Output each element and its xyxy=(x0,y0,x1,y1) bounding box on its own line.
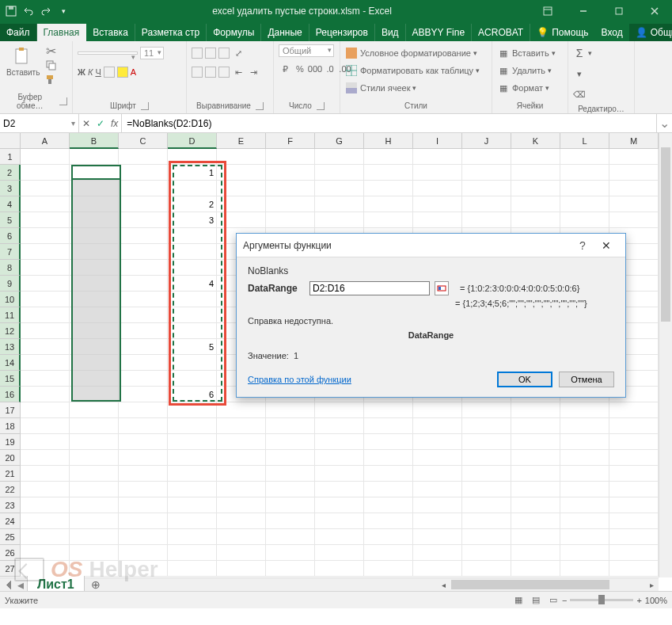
cell-J25[interactable] xyxy=(462,529,511,545)
cell-D2[interactable]: 1 xyxy=(168,165,217,181)
cell-A18[interactable] xyxy=(21,418,70,434)
cell-C22[interactable] xyxy=(119,482,168,497)
cell-A8[interactable] xyxy=(21,260,70,276)
cell-F20[interactable] xyxy=(266,450,315,466)
cell-F17[interactable] xyxy=(266,402,315,418)
cell-F25[interactable] xyxy=(266,529,315,545)
cell-I23[interactable] xyxy=(413,497,462,513)
dialog-arg-input[interactable] xyxy=(309,281,430,295)
cell-M22[interactable] xyxy=(609,482,659,497)
cell-A16[interactable] xyxy=(21,387,70,402)
cell-L22[interactable] xyxy=(560,482,609,497)
cell-E23[interactable] xyxy=(217,497,266,513)
cell-B18[interactable] xyxy=(70,418,119,434)
cell-G23[interactable] xyxy=(315,497,364,513)
row-header-17[interactable]: 17 xyxy=(0,402,21,418)
new-sheet-button[interactable]: ⊕ xyxy=(85,578,107,591)
cell-E1[interactable] xyxy=(217,149,266,165)
cell-G26[interactable] xyxy=(315,545,364,561)
cell-G4[interactable] xyxy=(315,196,364,212)
cell-J3[interactable] xyxy=(462,181,511,196)
cell-C18[interactable] xyxy=(119,418,168,434)
cell-A17[interactable] xyxy=(21,402,70,418)
cell-I18[interactable] xyxy=(413,418,462,434)
expand-formula-bar-icon[interactable]: ⌄ xyxy=(656,114,672,132)
cell-D25[interactable] xyxy=(168,529,217,545)
sheet-tab-active[interactable]: Лист1 xyxy=(27,576,85,592)
cell-E18[interactable] xyxy=(217,418,266,434)
cell-G17[interactable] xyxy=(315,402,364,418)
cell-styles-button[interactable]: Стили ячеек ▾ xyxy=(345,79,487,97)
conditional-formatting-button[interactable]: Условное форматирование ▾ xyxy=(345,44,487,62)
col-header-H[interactable]: H xyxy=(364,133,413,149)
cell-F4[interactable] xyxy=(266,196,315,212)
cell-B11[interactable] xyxy=(70,307,119,323)
align-left-icon[interactable] xyxy=(192,67,203,78)
cell-M4[interactable] xyxy=(609,196,659,212)
tab-acrobat[interactable]: ACROBAT xyxy=(472,24,530,41)
cell-B5[interactable] xyxy=(70,212,119,228)
col-header-M[interactable]: M xyxy=(609,133,659,149)
tab-главная[interactable]: Главная xyxy=(37,24,87,41)
cell-F26[interactable] xyxy=(266,545,315,561)
col-header-D[interactable]: D xyxy=(168,133,217,149)
cell-L21[interactable] xyxy=(560,466,609,482)
cell-M5[interactable] xyxy=(609,212,659,228)
zoom-slider[interactable] xyxy=(570,599,633,601)
cell-A9[interactable] xyxy=(21,276,70,292)
cell-D9[interactable]: 4 xyxy=(168,276,217,292)
cell-I4[interactable] xyxy=(413,196,462,212)
row-header-19[interactable]: 19 xyxy=(0,434,21,450)
row-header-14[interactable]: 14 xyxy=(0,355,21,371)
cell-E21[interactable] xyxy=(217,466,266,482)
cell-G25[interactable] xyxy=(315,529,364,545)
sheet-nav-prev-icon[interactable]: ◂ xyxy=(17,577,24,592)
cell-D26[interactable] xyxy=(168,545,217,561)
cell-G1[interactable] xyxy=(315,149,364,165)
row-header-3[interactable]: 3 xyxy=(0,181,21,196)
cell-B27[interactable] xyxy=(70,561,119,577)
cell-C23[interactable] xyxy=(119,497,168,513)
cell-A15[interactable] xyxy=(21,371,70,387)
cell-B26[interactable] xyxy=(70,545,119,561)
cell-L19[interactable] xyxy=(560,434,609,450)
tab-рецензиров[interactable]: Рецензиров xyxy=(309,24,375,41)
cell-A1[interactable] xyxy=(21,149,70,165)
col-header-A[interactable]: A xyxy=(21,133,70,149)
tab-вставка[interactable]: Вставка xyxy=(86,24,135,41)
tab-abbyy fine[interactable]: ABBYY Fine xyxy=(406,24,472,41)
collapse-dialog-icon[interactable] xyxy=(435,281,449,295)
cell-B7[interactable] xyxy=(70,244,119,260)
tab-данные[interactable]: Данные xyxy=(261,24,309,41)
cell-B3[interactable] xyxy=(70,181,119,196)
cut-icon[interactable]: ✂ xyxy=(44,44,57,57)
cell-E25[interactable] xyxy=(217,529,266,545)
col-header-L[interactable]: L xyxy=(560,133,609,149)
cell-A7[interactable] xyxy=(21,244,70,260)
cell-F27[interactable] xyxy=(266,561,315,577)
cell-J23[interactable] xyxy=(462,497,511,513)
cell-D8[interactable] xyxy=(168,260,217,276)
alignment-launcher-icon[interactable] xyxy=(256,102,264,110)
cell-I26[interactable] xyxy=(413,545,462,561)
cell-B20[interactable] xyxy=(70,450,119,466)
cell-E4[interactable] xyxy=(217,196,266,212)
tab-share[interactable]: 👤 Общий доступ xyxy=(629,24,672,41)
cell-B12[interactable] xyxy=(70,323,119,339)
col-header-J[interactable]: J xyxy=(462,133,511,149)
zoom-value[interactable]: 100% xyxy=(645,596,667,605)
cell-A3[interactable] xyxy=(21,181,70,196)
cell-B25[interactable] xyxy=(70,529,119,545)
cell-M3[interactable] xyxy=(609,181,659,196)
cell-J4[interactable] xyxy=(462,196,511,212)
font-size-combo[interactable]: 11 xyxy=(140,47,164,59)
tab-разметка стр[interactable]: Разметка стр xyxy=(135,24,207,41)
select-all-corner[interactable] xyxy=(0,133,21,149)
hscroll-left-icon[interactable]: ◂ xyxy=(437,578,450,592)
insert-cells-button[interactable]: ▦Вставить ▾ xyxy=(497,44,563,62)
row-header-21[interactable]: 21 xyxy=(0,466,21,482)
cell-K17[interactable] xyxy=(511,402,560,418)
clipboard-launcher-icon[interactable] xyxy=(59,97,67,105)
cell-H22[interactable] xyxy=(364,482,413,497)
cell-E22[interactable] xyxy=(217,482,266,497)
